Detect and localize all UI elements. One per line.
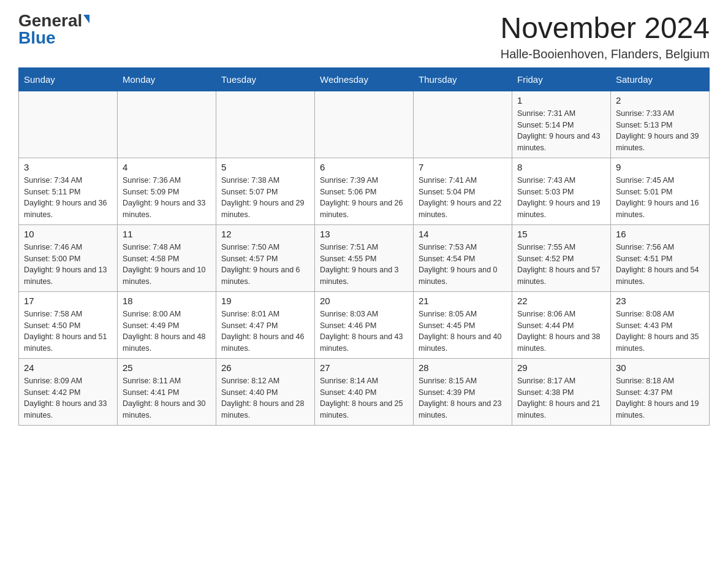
calendar-week-row: 24Sunrise: 8:09 AM Sunset: 4:42 PM Dayli… (19, 358, 710, 425)
day-info: Sunrise: 7:56 AM Sunset: 4:51 PM Dayligh… (616, 242, 704, 288)
day-number: 5 (221, 162, 309, 172)
calendar-cell: 16Sunrise: 7:56 AM Sunset: 4:51 PM Dayli… (611, 224, 710, 291)
day-info: Sunrise: 7:50 AM Sunset: 4:57 PM Dayligh… (221, 242, 309, 288)
day-info: Sunrise: 7:46 AM Sunset: 5:00 PM Dayligh… (24, 242, 112, 288)
day-info: Sunrise: 8:15 AM Sunset: 4:39 PM Dayligh… (419, 375, 507, 421)
day-info: Sunrise: 7:45 AM Sunset: 5:01 PM Dayligh… (616, 175, 704, 221)
calendar-week-row: 17Sunrise: 7:58 AM Sunset: 4:50 PM Dayli… (19, 291, 710, 358)
calendar-cell (315, 91, 414, 158)
day-number: 11 (123, 229, 211, 239)
day-number: 13 (320, 229, 408, 239)
logo-general-text: General (18, 12, 82, 29)
day-info: Sunrise: 8:18 AM Sunset: 4:37 PM Dayligh… (616, 375, 704, 421)
day-number: 9 (616, 162, 704, 172)
calendar-cell (216, 91, 315, 158)
day-number: 24 (24, 362, 112, 373)
day-number: 30 (616, 362, 704, 373)
calendar-week-row: 10Sunrise: 7:46 AM Sunset: 5:00 PM Dayli… (19, 224, 710, 291)
calendar-cell: 29Sunrise: 8:17 AM Sunset: 4:38 PM Dayli… (512, 358, 611, 425)
day-info: Sunrise: 8:00 AM Sunset: 4:49 PM Dayligh… (123, 308, 211, 354)
day-info: Sunrise: 8:17 AM Sunset: 4:38 PM Dayligh… (517, 375, 605, 421)
day-number: 28 (419, 362, 507, 373)
calendar-cell: 12Sunrise: 7:50 AM Sunset: 4:57 PM Dayli… (216, 224, 315, 291)
weekday-header-thursday: Thursday (414, 67, 512, 91)
calendar-cell: 28Sunrise: 8:15 AM Sunset: 4:39 PM Dayli… (414, 358, 512, 425)
weekday-header-wednesday: Wednesday (315, 67, 414, 91)
day-number: 6 (320, 162, 408, 172)
day-number: 22 (517, 296, 605, 306)
calendar-cell: 5Sunrise: 7:38 AM Sunset: 5:07 PM Daylig… (216, 158, 315, 224)
day-info: Sunrise: 7:43 AM Sunset: 5:03 PM Dayligh… (517, 175, 605, 221)
day-number: 10 (24, 229, 112, 239)
day-info: Sunrise: 7:38 AM Sunset: 5:07 PM Dayligh… (221, 175, 309, 221)
weekday-header-sunday: Sunday (19, 67, 118, 91)
calendar-cell: 9Sunrise: 7:45 AM Sunset: 5:01 PM Daylig… (611, 158, 710, 224)
calendar-cell: 26Sunrise: 8:12 AM Sunset: 4:40 PM Dayli… (216, 358, 315, 425)
title-section: November 2024 Halle-Booienhoven, Flander… (500, 12, 710, 61)
calendar-cell: 24Sunrise: 8:09 AM Sunset: 4:42 PM Dayli… (19, 358, 118, 425)
calendar-cell: 25Sunrise: 8:11 AM Sunset: 4:41 PM Dayli… (118, 358, 216, 425)
calendar-cell: 19Sunrise: 8:01 AM Sunset: 4:47 PM Dayli… (216, 291, 315, 358)
day-info: Sunrise: 8:09 AM Sunset: 4:42 PM Dayligh… (24, 375, 112, 421)
day-number: 3 (24, 162, 112, 172)
day-number: 15 (517, 229, 605, 239)
calendar-cell (414, 91, 512, 158)
calendar-cell: 30Sunrise: 8:18 AM Sunset: 4:37 PM Dayli… (611, 358, 710, 425)
day-info: Sunrise: 7:36 AM Sunset: 5:09 PM Dayligh… (123, 175, 211, 221)
day-number: 1 (517, 95, 605, 105)
calendar-cell: 6Sunrise: 7:39 AM Sunset: 5:06 PM Daylig… (315, 158, 414, 224)
day-info: Sunrise: 8:11 AM Sunset: 4:41 PM Dayligh… (123, 375, 211, 421)
day-number: 19 (221, 296, 309, 306)
calendar-cell: 7Sunrise: 7:41 AM Sunset: 5:04 PM Daylig… (414, 158, 512, 224)
calendar-cell: 8Sunrise: 7:43 AM Sunset: 5:03 PM Daylig… (512, 158, 611, 224)
day-info: Sunrise: 8:01 AM Sunset: 4:47 PM Dayligh… (221, 308, 309, 354)
logo-blue-text: Blue (18, 29, 56, 47)
day-number: 14 (419, 229, 507, 239)
day-number: 27 (320, 362, 408, 373)
day-info: Sunrise: 7:58 AM Sunset: 4:50 PM Dayligh… (24, 308, 112, 354)
day-info: Sunrise: 8:06 AM Sunset: 4:44 PM Dayligh… (517, 308, 605, 354)
calendar-cell: 18Sunrise: 8:00 AM Sunset: 4:49 PM Dayli… (118, 291, 216, 358)
day-info: Sunrise: 8:05 AM Sunset: 4:45 PM Dayligh… (419, 308, 507, 354)
day-info: Sunrise: 7:48 AM Sunset: 4:58 PM Dayligh… (123, 242, 211, 288)
calendar-table: SundayMondayTuesdayWednesdayThursdayFrid… (18, 67, 710, 426)
calendar-cell: 1Sunrise: 7:31 AM Sunset: 5:14 PM Daylig… (512, 91, 611, 158)
day-info: Sunrise: 8:03 AM Sunset: 4:46 PM Dayligh… (320, 308, 408, 354)
day-number: 8 (517, 162, 605, 172)
day-number: 26 (221, 362, 309, 373)
weekday-header-monday: Monday (118, 67, 216, 91)
day-info: Sunrise: 8:08 AM Sunset: 4:43 PM Dayligh… (616, 308, 704, 354)
day-info: Sunrise: 7:33 AM Sunset: 5:13 PM Dayligh… (616, 108, 704, 154)
calendar-cell: 17Sunrise: 7:58 AM Sunset: 4:50 PM Dayli… (19, 291, 118, 358)
logo: General Blue (18, 12, 89, 47)
day-number: 7 (419, 162, 507, 172)
weekday-header-row: SundayMondayTuesdayWednesdayThursdayFrid… (19, 67, 710, 91)
day-number: 16 (616, 229, 704, 239)
calendar-cell: 14Sunrise: 7:53 AM Sunset: 4:54 PM Dayli… (414, 224, 512, 291)
calendar-cell: 10Sunrise: 7:46 AM Sunset: 5:00 PM Dayli… (19, 224, 118, 291)
day-number: 25 (123, 362, 211, 373)
day-number: 20 (320, 296, 408, 306)
day-number: 17 (24, 296, 112, 306)
day-info: Sunrise: 7:55 AM Sunset: 4:52 PM Dayligh… (517, 242, 605, 288)
calendar-week-row: 1Sunrise: 7:31 AM Sunset: 5:14 PM Daylig… (19, 91, 710, 158)
calendar-cell: 23Sunrise: 8:08 AM Sunset: 4:43 PM Dayli… (611, 291, 710, 358)
day-number: 29 (517, 362, 605, 373)
day-number: 23 (616, 296, 704, 306)
day-info: Sunrise: 8:12 AM Sunset: 4:40 PM Dayligh… (221, 375, 309, 421)
day-info: Sunrise: 7:51 AM Sunset: 4:55 PM Dayligh… (320, 242, 408, 288)
calendar-week-row: 3Sunrise: 7:34 AM Sunset: 5:11 PM Daylig… (19, 158, 710, 224)
calendar-cell: 11Sunrise: 7:48 AM Sunset: 4:58 PM Dayli… (118, 224, 216, 291)
day-number: 18 (123, 296, 211, 306)
calendar-cell: 2Sunrise: 7:33 AM Sunset: 5:13 PM Daylig… (611, 91, 710, 158)
calendar-cell: 15Sunrise: 7:55 AM Sunset: 4:52 PM Dayli… (512, 224, 611, 291)
day-number: 4 (123, 162, 211, 172)
calendar-cell: 20Sunrise: 8:03 AM Sunset: 4:46 PM Dayli… (315, 291, 414, 358)
day-number: 2 (616, 95, 704, 105)
weekday-header-friday: Friday (512, 67, 611, 91)
calendar-cell (19, 91, 118, 158)
day-info: Sunrise: 7:34 AM Sunset: 5:11 PM Dayligh… (24, 175, 112, 221)
day-info: Sunrise: 7:41 AM Sunset: 5:04 PM Dayligh… (419, 175, 507, 221)
calendar-cell: 13Sunrise: 7:51 AM Sunset: 4:55 PM Dayli… (315, 224, 414, 291)
day-number: 12 (221, 229, 309, 239)
